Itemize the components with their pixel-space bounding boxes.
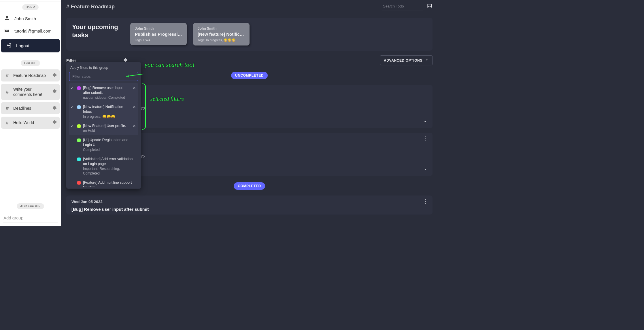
filter-item[interactable]: [UI] Update Registration and Login UI Co…: [69, 135, 138, 154]
advanced-options-label: ADVANCED OPTIONS: [384, 58, 422, 62]
color-swatch: [77, 158, 81, 161]
check-icon: ✓: [71, 86, 75, 90]
gear-icon[interactable]: [52, 89, 57, 95]
color-swatch: [77, 139, 81, 142]
hash-icon: #: [4, 120, 10, 126]
list-date: Wed Jan 05 2022: [71, 200, 427, 204]
group-label: Feature Roadmap: [13, 73, 49, 78]
task-tags: Tags: PWA: [135, 38, 182, 42]
task-card[interactable]: John Smith [New feature] Notificatio… Ta…: [193, 23, 250, 45]
task-title: [New feature] Notificatio…: [198, 32, 245, 37]
group-label: Write your comments here!: [13, 87, 49, 97]
hash-icon: #: [4, 105, 10, 111]
sidebar-divider: [0, 1, 61, 1]
chevron-down-icon[interactable]: [423, 119, 428, 125]
color-swatch: [77, 124, 81, 128]
check-icon: ✓: [71, 124, 75, 128]
filter-item-title: [UI] Update Registration and Login UI: [83, 138, 137, 147]
group-label: Deadlines: [13, 106, 49, 111]
group-item-feature-roadmap[interactable]: # Feature Roadmap: [1, 69, 60, 81]
gear-icon[interactable]: [52, 120, 57, 126]
filter-item-sub: Important, Researching, Completed: [83, 166, 137, 176]
color-swatch: [77, 105, 81, 109]
inbox-icon[interactable]: [427, 3, 433, 10]
list-hint: 30: [141, 106, 427, 111]
filter-item[interactable]: ✓ [New feature] Notification Inbox In pr…: [69, 102, 138, 121]
filter-item[interactable]: ✓ [New Feature] User profile. on Hold ✕: [69, 121, 138, 135]
kebab-icon[interactable]: ⋮: [422, 198, 428, 204]
group-item-hello-world[interactable]: # Hello World: [1, 117, 60, 129]
filter-steps-input[interactable]: [69, 72, 138, 81]
close-icon[interactable]: ✕: [132, 105, 137, 109]
group-section-chip: GROUP: [21, 60, 40, 66]
kebab-icon[interactable]: ⋮: [422, 88, 428, 94]
logout-label: Logout: [16, 43, 29, 48]
person-icon: [4, 15, 10, 22]
filter-item-sub: Completed: [83, 147, 137, 152]
filter-item-sub: navbar, sidebar, Completed: [83, 95, 130, 100]
close-icon[interactable]: ✕: [132, 124, 137, 128]
logout-icon: [6, 42, 12, 49]
topbar: # Feature Roadmap: [61, 0, 438, 13]
chevron-down-icon[interactable]: [423, 167, 428, 173]
filter-item-sub: In progress, 😄😄😄: [83, 114, 130, 119]
filter-popover: Apply filters to this group ✓ [Bug] Remo…: [66, 62, 141, 189]
task-title: Publish as Progressive …: [135, 32, 182, 37]
filter-row: Filter ADVANCED OPTIONS Apply filters to…: [66, 55, 433, 65]
kebab-icon[interactable]: ⋮: [422, 136, 428, 141]
profile-email-row: tutorial@gmail.com: [0, 25, 61, 37]
check-icon: ✓: [71, 105, 75, 109]
hash-icon: #: [66, 4, 69, 10]
group-item-deadlines[interactable]: # Deadlines: [1, 102, 60, 114]
list-title: [Bug] Remove user input after submit: [71, 207, 427, 212]
filter-item[interactable]: [Feature] Add multiline support for step…: [69, 178, 138, 187]
task-tags: Tags: In progress, 😄😄😄: [198, 38, 245, 42]
list-hint: 25: [141, 154, 427, 158]
mail-icon: [4, 28, 10, 34]
task-owner: John Smith: [198, 26, 245, 31]
group-label: Hello World: [13, 120, 49, 125]
sidebar-divider: [0, 201, 61, 201]
sidebar: USER John Smith tutorial@gmail.com Logou…: [0, 0, 61, 226]
profile-name-row: John Smith: [0, 12, 61, 25]
sidebar-divider: [0, 57, 61, 57]
upcoming-panel: Your upcoming tasks John Smith Publish a…: [66, 18, 433, 51]
content: Your upcoming tasks John Smith Publish a…: [61, 13, 438, 226]
add-group-chip[interactable]: ADD GROUP: [17, 203, 44, 209]
upcoming-heading: Your upcoming tasks: [72, 23, 124, 39]
profile-email: tutorial@gmail.com: [14, 29, 52, 33]
filter-item[interactable]: ✓ [Bug] Remove user input after submit. …: [69, 83, 138, 102]
color-swatch: [77, 181, 81, 185]
profile-name: John Smith: [14, 16, 36, 21]
filter-item-sub: on Hold: [83, 128, 130, 133]
filter-popover-title: Apply filters to this group: [70, 66, 137, 70]
color-swatch: [77, 86, 81, 90]
uncompleted-pill[interactable]: UNCOMPLETED: [231, 72, 268, 79]
filter-item-title: [New Feature] User profile.: [83, 124, 130, 128]
user-section-chip: USER: [22, 4, 39, 10]
filter-list[interactable]: ✓ [Bug] Remove user input after submit. …: [69, 83, 138, 187]
group-item-comments[interactable]: # Write your comments here!: [1, 84, 60, 100]
advanced-options-button[interactable]: ADVANCED OPTIONS: [380, 55, 433, 65]
completed-pill[interactable]: COMPLETED: [234, 182, 265, 190]
task-owner: John Smith: [135, 26, 182, 31]
hash-icon: #: [4, 89, 10, 95]
close-icon[interactable]: ✕: [132, 86, 137, 90]
annotation-search-note: you can search too!: [145, 61, 194, 69]
list-card: ⋮ Wed Jan 05 2022 [Bug] Remove user inpu…: [66, 196, 433, 215]
filter-item-title: [Feature] Add multiline support for step: [83, 180, 137, 187]
gear-icon[interactable]: [52, 105, 57, 111]
chevron-down-icon: [425, 58, 429, 63]
main: # Feature Roadmap Your upcoming tasks Jo…: [61, 0, 438, 226]
logout-button[interactable]: Logout: [1, 39, 60, 52]
filter-item-title: [Bug] Remove user input after submit.: [83, 86, 130, 95]
task-card[interactable]: John Smith Publish as Progressive … Tags…: [130, 23, 187, 45]
hash-icon: #: [4, 73, 10, 79]
add-group-input[interactable]: [3, 214, 58, 223]
filter-item-title: [New feature] Notification Inbox: [83, 105, 130, 114]
filter-item-title: [Validation] Add error validation on Log…: [83, 157, 137, 166]
page-title: Feature Roadmap: [71, 4, 115, 10]
filter-item[interactable]: [Validation] Add error validation on Log…: [69, 154, 138, 178]
search-input[interactable]: [382, 3, 423, 10]
gear-icon[interactable]: [52, 72, 57, 79]
